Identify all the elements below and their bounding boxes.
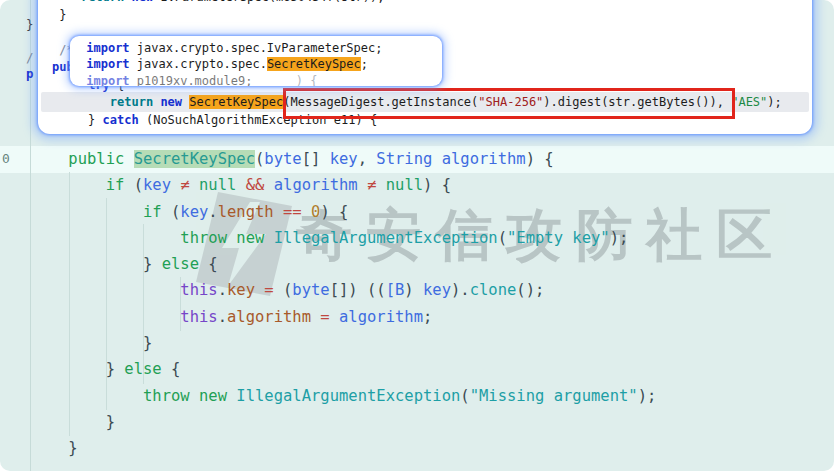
code-line[interactable]: throw new IllegalArgumentException("Miss… xyxy=(31,383,656,409)
imports-code[interactable]: import javax.crypto.spec.IvParameterSpec… xyxy=(79,40,438,86)
gutter-line-number[interactable]: 0 xyxy=(2,151,10,166)
code-line[interactable]: import javax.crypto.spec.SecretKeySpec; xyxy=(79,56,438,72)
code-line[interactable]: } else { xyxy=(31,356,656,382)
code-line[interactable]: this.algorithm = algorithm; xyxy=(31,304,656,330)
red-annotation-box xyxy=(283,88,735,119)
code-line[interactable]: } xyxy=(52,7,806,25)
code-editor-background[interactable]: 0 奇安信攻防社区 public SecretKeySpec(byte[] ke… xyxy=(0,0,834,471)
code-preview-popup[interactable]: return new IvParameterSpec(m650434f(str)… xyxy=(38,0,812,134)
imports-popup[interactable]: import javax.crypto.spec.IvParameterSpec… xyxy=(70,36,442,86)
code-line[interactable]: if (key.length == 0) { xyxy=(31,199,656,225)
code-line[interactable]: public SecretKeySpec(byte[] key, String … xyxy=(31,146,656,172)
code-line[interactable]: } xyxy=(31,330,656,356)
occluded-code-glyph: } xyxy=(26,18,34,32)
code-line[interactable]: throw new IllegalArgumentException("Empt… xyxy=(31,225,656,251)
code-line[interactable]: import javax.crypto.spec.IvParameterSpec… xyxy=(79,40,438,56)
code-line[interactable]: this.key = (byte[]) (([B) key).clone(); xyxy=(31,277,656,303)
code-line[interactable]: } xyxy=(31,435,656,461)
editor-window: 0 奇安信攻防社区 public SecretKeySpec(byte[] ke… xyxy=(0,0,834,471)
editor-code-area[interactable]: public SecretKeySpec(byte[] key, String … xyxy=(31,146,656,462)
occluded-code-glyph: p xyxy=(26,67,34,81)
code-line[interactable]: } xyxy=(31,409,656,435)
code-line[interactable]: } else { xyxy=(31,251,656,277)
code-line[interactable]: import p1019xv.module9; ) { xyxy=(79,73,438,86)
occluded-code-glyph: / xyxy=(26,51,34,65)
code-line[interactable]: if (key ≠ null && algorithm ≠ null) { xyxy=(31,172,656,198)
